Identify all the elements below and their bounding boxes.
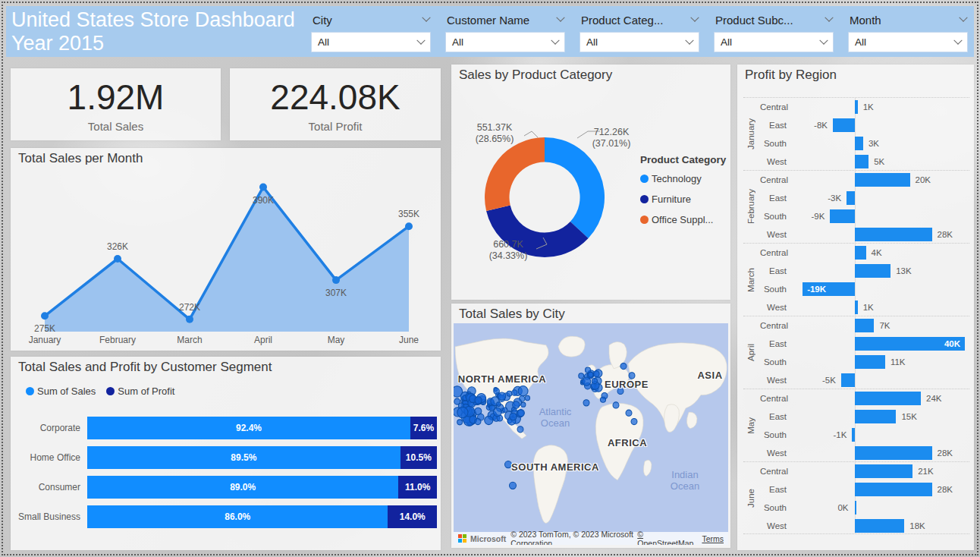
city-sales-bubble[interactable]: [513, 401, 520, 408]
data-point-february[interactable]: [114, 255, 121, 263]
openstreetmap-link[interactable]: © OpenStreetMap: [637, 530, 693, 546]
slicer-customer-name-header[interactable]: Customer Name: [445, 11, 565, 28]
profit-bar[interactable]: 10.5%: [400, 446, 437, 469]
profit-bar-may-south[interactable]: [852, 428, 855, 442]
city-sales-bubble[interactable]: [518, 386, 528, 396]
slicer-product-subcategory[interactable]: Product Subc... All: [714, 11, 834, 52]
profit-bar-february-central[interactable]: [855, 173, 910, 187]
city-sales-bubble[interactable]: [521, 402, 526, 407]
city-sales-bubble[interactable]: [525, 395, 529, 400]
world-map[interactable]: NORTH AMERICA EUROPE ASIA AFRICA SOUTH A…: [454, 323, 728, 545]
city-sales-bubble[interactable]: [586, 367, 591, 373]
chevron-down-icon[interactable]: [819, 36, 828, 44]
profit-bar-march-west[interactable]: [855, 301, 858, 314]
slicer-month-header[interactable]: Month: [848, 11, 968, 28]
city-sales-bubble[interactable]: [626, 410, 632, 416]
profit-bar-may-east[interactable]: [855, 410, 896, 423]
profit-bar-june-west[interactable]: [855, 519, 904, 533]
data-point-march[interactable]: [186, 316, 193, 323]
city-sales-bubble[interactable]: [631, 418, 637, 424]
profit-bar-june-south[interactable]: [855, 501, 856, 515]
city-sales-bubble[interactable]: [510, 482, 517, 489]
city-sales-bubble[interactable]: [601, 397, 606, 402]
profit-bar-june-central[interactable]: [855, 464, 912, 478]
profit-bar-february-south[interactable]: [830, 209, 855, 223]
donut-slice-office-supplies[interactable]: [485, 137, 545, 211]
chevron-down-icon[interactable]: [416, 36, 425, 44]
city-sales-bubble[interactable]: [507, 391, 512, 396]
chevron-down-icon[interactable]: [556, 14, 564, 22]
city-sales-bubble[interactable]: [592, 378, 598, 383]
sales-bar[interactable]: 92.4%: [87, 417, 410, 439]
city-sales-bubble[interactable]: [583, 377, 591, 385]
chevron-down-icon[interactable]: [422, 14, 430, 22]
profit-bar-january-east[interactable]: [833, 118, 855, 132]
city-sales-bubble[interactable]: [613, 402, 619, 408]
donut-slice-technology[interactable]: [545, 137, 605, 238]
slicer-city-header[interactable]: City: [311, 11, 431, 28]
data-point-january[interactable]: [41, 312, 49, 319]
city-sales-bubble[interactable]: [512, 390, 517, 395]
city-sales-bubble[interactable]: [593, 371, 599, 377]
profit-bar-may-west[interactable]: [855, 446, 932, 460]
data-point-april[interactable]: [259, 184, 267, 191]
profit-bar-april-south[interactable]: [855, 355, 885, 369]
legend-item-furniture[interactable]: Furniture: [640, 194, 727, 205]
profit-bar-january-south[interactable]: [855, 137, 863, 150]
profit-bar[interactable]: 7.6%: [410, 417, 437, 439]
chevron-down-icon[interactable]: [551, 36, 559, 44]
profit-bar-april-central[interactable]: [855, 319, 874, 332]
sales-bar[interactable]: 89.5%: [87, 446, 400, 469]
city-sales-bubble[interactable]: [457, 420, 463, 425]
chevron-down-icon[interactable]: [953, 36, 962, 44]
slicer-product-category-dropdown[interactable]: All: [580, 32, 699, 52]
slicer-customer-name-dropdown[interactable]: All: [445, 32, 565, 52]
data-point-june[interactable]: [405, 222, 413, 230]
sales-bar[interactable]: 86.0%: [87, 505, 388, 528]
city-sales-bubble[interactable]: [494, 389, 500, 395]
city-sales-bubble[interactable]: [485, 416, 493, 424]
profit-bar-april-west[interactable]: [841, 373, 855, 387]
city-sales-bubble[interactable]: [517, 426, 523, 433]
slicer-product-category[interactable]: Product Categ... All: [580, 11, 699, 52]
chevron-down-icon[interactable]: [690, 14, 699, 22]
city-sales-bubble[interactable]: [493, 408, 501, 416]
slicer-month-dropdown[interactable]: All: [848, 32, 968, 52]
legend-item-office-supplies[interactable]: Office Suppl...: [640, 214, 727, 225]
profit-bar[interactable]: 14.0%: [388, 505, 437, 528]
profit-bar-february-east[interactable]: [847, 191, 855, 205]
terms-link[interactable]: Terms: [702, 534, 724, 543]
map-canvas-svg[interactable]: [454, 323, 728, 545]
profit-bar-june-east[interactable]: [855, 483, 932, 496]
profit-bar-january-west[interactable]: [855, 155, 868, 168]
city-sales-bubble[interactable]: [620, 363, 627, 369]
slicer-product-category-header[interactable]: Product Categ...: [580, 11, 699, 28]
city-sales-bubble[interactable]: [475, 397, 482, 404]
profit-bar-march-east[interactable]: [855, 264, 890, 278]
city-sales-bubble[interactable]: [475, 418, 481, 424]
profit-bar-march-central[interactable]: [855, 246, 866, 260]
profit-bar-january-central[interactable]: [855, 100, 858, 114]
city-sales-bubble[interactable]: [503, 408, 507, 412]
slicer-customer-name[interactable]: Customer Name All: [445, 11, 565, 52]
city-sales-bubble[interactable]: [579, 373, 584, 379]
slicer-product-subcategory-dropdown[interactable]: All: [714, 32, 834, 52]
city-sales-bubble[interactable]: [517, 410, 524, 417]
chevron-down-icon[interactable]: [685, 36, 693, 44]
slicer-month[interactable]: Month All: [848, 11, 968, 52]
city-sales-bubble[interactable]: [510, 413, 517, 420]
profit-bar-may-central[interactable]: [855, 392, 921, 405]
legend-item-sum-of-profit[interactable]: Sum of Profit: [106, 385, 174, 397]
slicer-product-subcategory-header[interactable]: Product Subc...: [714, 11, 834, 28]
profit-bar[interactable]: 11.0%: [398, 476, 437, 499]
chevron-down-icon[interactable]: [959, 14, 967, 22]
slicer-city[interactable]: City All: [311, 11, 431, 52]
city-sales-bubble[interactable]: [497, 402, 501, 407]
profit-bar-february-west[interactable]: [855, 228, 932, 241]
city-sales-bubble[interactable]: [457, 407, 468, 418]
legend-item-technology[interactable]: Technology: [640, 173, 727, 184]
chevron-down-icon[interactable]: [825, 14, 833, 22]
data-point-may[interactable]: [332, 276, 340, 284]
legend-item-sum-of-sales[interactable]: Sum of Sales: [26, 385, 96, 397]
city-sales-bubble[interactable]: [583, 400, 589, 406]
